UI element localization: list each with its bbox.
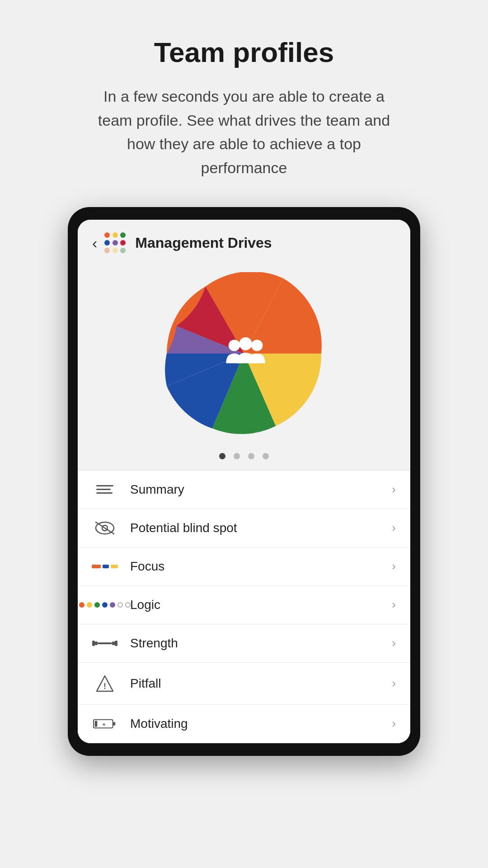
summary-label: Summary (130, 482, 379, 497)
logic-icon (92, 602, 117, 608)
svg-rect-9 (112, 642, 115, 645)
strength-icon (92, 637, 117, 650)
menu-item-strength[interactable]: Strength › (78, 624, 410, 663)
pie-chart (163, 272, 325, 435)
app-header: ‹ Management Drives (78, 220, 410, 263)
motivating-chevron: › (392, 717, 396, 731)
pagination (78, 446, 410, 470)
menu-item-motivating[interactable]: + Motivating › (78, 705, 410, 743)
svg-point-0 (229, 340, 240, 351)
svg-rect-14 (113, 722, 116, 725)
motivating-label: Motivating (130, 717, 379, 731)
chart-container (78, 263, 410, 446)
logic-chevron: › (392, 598, 396, 612)
page-dot-4[interactable] (263, 453, 269, 459)
menu-item-focus[interactable]: Focus › (78, 547, 410, 586)
page-dot-1[interactable] (219, 453, 225, 459)
focus-label: Focus (130, 559, 379, 574)
svg-rect-6 (92, 641, 95, 646)
strength-label: Strength (130, 636, 379, 651)
pitfall-chevron: › (392, 676, 396, 690)
svg-rect-10 (115, 641, 117, 646)
page-subtitle: In a few seconds you are able to create … (86, 85, 402, 180)
summary-chevron: › (392, 482, 396, 496)
svg-rect-8 (98, 642, 112, 644)
summary-icon (92, 485, 117, 494)
pitfall-icon: ! (92, 675, 117, 693)
logic-label: Logic (130, 598, 379, 612)
svg-point-2 (251, 340, 263, 351)
device-screen: ‹ Management Drives (78, 220, 410, 743)
page-dot-2[interactable] (234, 453, 240, 459)
page-dot-3[interactable] (248, 453, 254, 459)
back-button[interactable]: ‹ (92, 234, 97, 252)
blind-spot-chevron: › (392, 521, 396, 535)
device-frame: ‹ Management Drives (68, 207, 420, 756)
strength-chevron: › (392, 636, 396, 650)
focus-chevron: › (392, 559, 396, 573)
focus-icon (92, 565, 117, 568)
blind-spot-icon (92, 521, 117, 535)
app-logo (104, 232, 126, 254)
blind-spot-label: Potential blind spot (130, 521, 379, 535)
menu-item-summary[interactable]: Summary › (78, 471, 410, 509)
svg-rect-15 (95, 721, 98, 726)
svg-rect-7 (95, 642, 98, 645)
svg-text:+: + (102, 721, 106, 727)
app-header-title: Management Drives (135, 235, 272, 251)
menu-item-pitfall[interactable]: ! Pitfall › (78, 663, 410, 705)
page-title: Team profiles (154, 36, 334, 68)
menu-item-blind-spot[interactable]: Potential blind spot › (78, 509, 410, 547)
menu-list: Summary › Potential blind spot › (78, 470, 410, 743)
motivating-icon: + (92, 717, 117, 730)
svg-point-1 (239, 337, 252, 350)
pitfall-label: Pitfall (130, 676, 379, 691)
menu-item-logic[interactable]: Logic › (78, 586, 410, 624)
svg-text:!: ! (103, 682, 106, 691)
